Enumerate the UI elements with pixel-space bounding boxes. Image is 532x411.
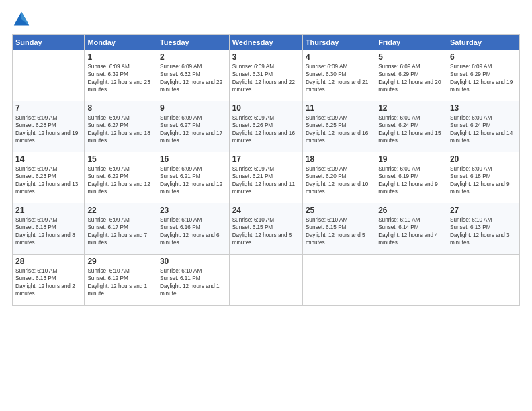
day-info: Sunrise: 6:09 AMSunset: 6:22 PMDaylight:… — [87, 165, 154, 196]
day-info: Sunrise: 6:09 AMSunset: 6:32 PMDaylight:… — [87, 63, 154, 94]
day-info: Sunrise: 6:09 AMSunset: 6:26 PMDaylight:… — [232, 114, 300, 145]
day-cell: 22Sunrise: 6:09 AMSunset: 6:17 PMDayligh… — [85, 203, 157, 255]
day-cell: 5Sunrise: 6:09 AMSunset: 6:29 PMDaylight… — [375, 50, 447, 101]
header-cell-wednesday: Wednesday — [229, 35, 302, 50]
day-number: 14 — [15, 154, 81, 164]
week-row-3: 14Sunrise: 6:09 AMSunset: 6:23 PMDayligh… — [13, 152, 520, 203]
day-number: 21 — [15, 205, 81, 215]
day-cell — [229, 255, 302, 306]
day-cell: 7Sunrise: 6:09 AMSunset: 6:28 PMDaylight… — [13, 101, 85, 152]
day-cell: 29Sunrise: 6:10 AMSunset: 6:12 PMDayligh… — [85, 255, 157, 306]
day-number: 3 — [232, 52, 300, 62]
day-cell: 2Sunrise: 6:09 AMSunset: 6:32 PMDaylight… — [157, 50, 229, 101]
day-number: 6 — [450, 52, 517, 62]
page: SundayMondayTuesdayWednesdayThursdayFrid… — [0, 0, 532, 411]
day-number: 8 — [87, 103, 154, 113]
header-row: SundayMondayTuesdayWednesdayThursdayFrid… — [13, 35, 520, 50]
day-info: Sunrise: 6:09 AMSunset: 6:31 PMDaylight:… — [232, 63, 300, 94]
day-cell: 14Sunrise: 6:09 AMSunset: 6:23 PMDayligh… — [13, 152, 85, 203]
day-info: Sunrise: 6:10 AMSunset: 6:12 PMDaylight:… — [87, 267, 154, 298]
day-number: 10 — [232, 103, 300, 113]
day-number: 28 — [15, 257, 81, 266]
day-info: Sunrise: 6:10 AMSunset: 6:14 PMDaylight:… — [378, 216, 444, 247]
header — [12, 10, 520, 29]
day-info: Sunrise: 6:09 AMSunset: 6:30 PMDaylight:… — [306, 63, 372, 94]
day-info: Sunrise: 6:09 AMSunset: 6:24 PMDaylight:… — [378, 114, 444, 145]
day-number: 20 — [450, 154, 517, 164]
day-info: Sunrise: 6:09 AMSunset: 6:25 PMDaylight:… — [306, 114, 372, 145]
day-cell: 16Sunrise: 6:09 AMSunset: 6:21 PMDayligh… — [157, 152, 229, 203]
day-cell: 19Sunrise: 6:09 AMSunset: 6:19 PMDayligh… — [375, 152, 447, 203]
day-number: 22 — [87, 205, 154, 215]
day-info: Sunrise: 6:09 AMSunset: 6:27 PMDaylight:… — [160, 114, 226, 145]
day-cell: 23Sunrise: 6:10 AMSunset: 6:16 PMDayligh… — [157, 203, 229, 255]
day-cell: 21Sunrise: 6:09 AMSunset: 6:18 PMDayligh… — [13, 203, 85, 255]
day-number: 19 — [378, 154, 444, 164]
header-cell-sunday: Sunday — [13, 35, 85, 50]
day-cell: 24Sunrise: 6:10 AMSunset: 6:15 PMDayligh… — [229, 203, 302, 255]
day-cell: 18Sunrise: 6:09 AMSunset: 6:20 PMDayligh… — [302, 152, 375, 203]
day-info: Sunrise: 6:10 AMSunset: 6:13 PMDaylight:… — [15, 267, 81, 298]
day-number: 27 — [450, 205, 517, 215]
day-info: Sunrise: 6:09 AMSunset: 6:28 PMDaylight:… — [15, 114, 81, 145]
day-number: 4 — [306, 52, 372, 62]
day-number: 29 — [87, 257, 154, 266]
day-info: Sunrise: 6:09 AMSunset: 6:21 PMDaylight:… — [160, 165, 226, 196]
day-cell: 20Sunrise: 6:09 AMSunset: 6:18 PMDayligh… — [447, 152, 519, 203]
day-cell: 9Sunrise: 6:09 AMSunset: 6:27 PMDaylight… — [157, 101, 229, 152]
logo-icon — [12, 10, 31, 29]
header-cell-friday: Friday — [375, 35, 447, 50]
day-cell: 4Sunrise: 6:09 AMSunset: 6:30 PMDaylight… — [302, 50, 375, 101]
day-cell — [375, 255, 447, 306]
day-cell: 30Sunrise: 6:10 AMSunset: 6:11 PMDayligh… — [157, 255, 229, 306]
day-info: Sunrise: 6:09 AMSunset: 6:18 PMDaylight:… — [450, 165, 517, 196]
day-number: 24 — [232, 205, 300, 215]
day-info: Sunrise: 6:09 AMSunset: 6:29 PMDaylight:… — [450, 63, 517, 94]
day-number: 25 — [306, 205, 372, 215]
header-cell-tuesday: Tuesday — [157, 35, 229, 50]
day-number: 17 — [232, 154, 300, 164]
day-info: Sunrise: 6:09 AMSunset: 6:17 PMDaylight:… — [87, 216, 154, 247]
day-info: Sunrise: 6:10 AMSunset: 6:11 PMDaylight:… — [160, 267, 226, 298]
week-row-2: 7Sunrise: 6:09 AMSunset: 6:28 PMDaylight… — [13, 101, 520, 152]
day-info: Sunrise: 6:09 AMSunset: 6:24 PMDaylight:… — [450, 114, 517, 145]
day-cell: 15Sunrise: 6:09 AMSunset: 6:22 PMDayligh… — [85, 152, 157, 203]
day-cell — [447, 255, 519, 306]
day-cell: 13Sunrise: 6:09 AMSunset: 6:24 PMDayligh… — [447, 101, 519, 152]
day-number: 9 — [160, 103, 226, 113]
day-info: Sunrise: 6:10 AMSunset: 6:15 PMDaylight:… — [306, 216, 372, 247]
day-number: 23 — [160, 205, 226, 215]
day-info: Sunrise: 6:09 AMSunset: 6:29 PMDaylight:… — [378, 63, 444, 94]
day-info: Sunrise: 6:09 AMSunset: 6:21 PMDaylight:… — [232, 165, 300, 196]
day-number: 13 — [450, 103, 517, 113]
day-cell: 27Sunrise: 6:10 AMSunset: 6:13 PMDayligh… — [447, 203, 519, 255]
week-row-5: 28Sunrise: 6:10 AMSunset: 6:13 PMDayligh… — [13, 255, 520, 306]
day-number: 18 — [306, 154, 372, 164]
day-number: 7 — [15, 103, 81, 113]
day-number: 11 — [306, 103, 372, 113]
day-info: Sunrise: 6:09 AMSunset: 6:18 PMDaylight:… — [15, 216, 81, 247]
logo — [12, 10, 34, 29]
day-info: Sunrise: 6:10 AMSunset: 6:13 PMDaylight:… — [450, 216, 517, 247]
calendar-table: SundayMondayTuesdayWednesdayThursdayFrid… — [12, 34, 520, 306]
day-number: 16 — [160, 154, 226, 164]
week-row-1: 1Sunrise: 6:09 AMSunset: 6:32 PMDaylight… — [13, 50, 520, 101]
day-cell: 17Sunrise: 6:09 AMSunset: 6:21 PMDayligh… — [229, 152, 302, 203]
day-cell: 12Sunrise: 6:09 AMSunset: 6:24 PMDayligh… — [375, 101, 447, 152]
header-cell-monday: Monday — [85, 35, 157, 50]
day-number: 30 — [160, 257, 226, 266]
day-cell: 8Sunrise: 6:09 AMSunset: 6:27 PMDaylight… — [85, 101, 157, 152]
header-cell-saturday: Saturday — [447, 35, 519, 50]
day-cell — [302, 255, 375, 306]
day-info: Sunrise: 6:09 AMSunset: 6:19 PMDaylight:… — [378, 165, 444, 196]
day-info: Sunrise: 6:09 AMSunset: 6:23 PMDaylight:… — [15, 165, 81, 196]
day-info: Sunrise: 6:10 AMSunset: 6:16 PMDaylight:… — [160, 216, 226, 247]
header-cell-thursday: Thursday — [302, 35, 375, 50]
day-cell: 1Sunrise: 6:09 AMSunset: 6:32 PMDaylight… — [85, 50, 157, 101]
day-cell: 25Sunrise: 6:10 AMSunset: 6:15 PMDayligh… — [302, 203, 375, 255]
day-info: Sunrise: 6:09 AMSunset: 6:20 PMDaylight:… — [306, 165, 372, 196]
day-cell: 28Sunrise: 6:10 AMSunset: 6:13 PMDayligh… — [13, 255, 85, 306]
day-cell: 6Sunrise: 6:09 AMSunset: 6:29 PMDaylight… — [447, 50, 519, 101]
day-info: Sunrise: 6:09 AMSunset: 6:27 PMDaylight:… — [87, 114, 154, 145]
week-row-4: 21Sunrise: 6:09 AMSunset: 6:18 PMDayligh… — [13, 203, 520, 255]
